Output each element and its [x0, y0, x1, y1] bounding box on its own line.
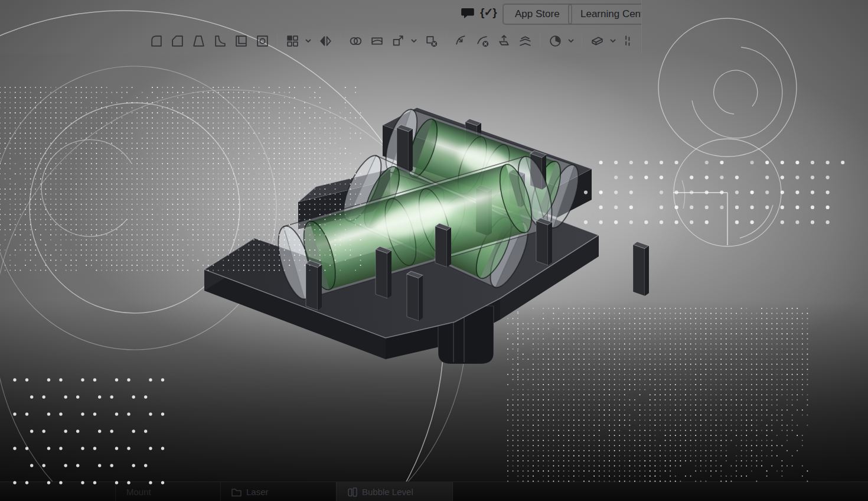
- hole-icon[interactable]: [254, 33, 270, 49]
- chamfer-icon[interactable]: [169, 33, 185, 49]
- cad-model-bubble-level: [0, 0, 868, 501]
- mirror-icon[interactable]: [318, 33, 334, 49]
- comment-bubble-icon[interactable]: [461, 8, 474, 19]
- linear-pattern-icon[interactable]: [285, 33, 301, 49]
- boolean-icon[interactable]: [348, 33, 364, 49]
- toolbar-separator: [582, 33, 582, 48]
- part-studio-icon: [347, 487, 357, 497]
- toolbar-separator: [446, 33, 446, 48]
- app-store-button[interactable]: App Store: [502, 4, 572, 25]
- toolbar-separator: [540, 33, 540, 48]
- delete-part-icon[interactable]: [423, 33, 439, 49]
- document-tab-label: Laser: [246, 487, 269, 497]
- document-tab-label: Mount: [126, 487, 151, 497]
- learning-center-button[interactable]: Learning Center: [568, 4, 642, 25]
- draft-icon[interactable]: [191, 33, 207, 49]
- fillet-icon[interactable]: [148, 33, 164, 49]
- featurescript-icon[interactable]: {✓}: [480, 5, 497, 19]
- move-face-icon[interactable]: [496, 33, 512, 49]
- feature-toolbar: [145, 32, 641, 50]
- delete-face-icon[interactable]: [475, 33, 491, 49]
- split-icon[interactable]: [369, 33, 385, 49]
- history-dropdown-chevron-icon[interactable]: [567, 37, 576, 45]
- linear-pattern-dropdown-chevron-icon[interactable]: [305, 37, 313, 45]
- transform-icon[interactable]: [390, 33, 406, 49]
- more-partial-icon[interactable]: [622, 33, 638, 49]
- toolbar-separator: [340, 33, 341, 48]
- sheet-metal-dropdown-chevron-icon[interactable]: [609, 37, 618, 45]
- hero-stage: {✓} App Store Learning Center MountLaser…: [0, 0, 868, 501]
- document-tab-laser[interactable]: Laser: [220, 482, 336, 501]
- modify-fillet-icon[interactable]: [453, 33, 469, 49]
- app-toolbar-fragment: {✓} App Store Learning Center: [0, 0, 642, 54]
- shell-icon[interactable]: [233, 33, 249, 49]
- document-tab-label: Bubble Level: [362, 487, 413, 497]
- rib-icon[interactable]: [212, 33, 228, 49]
- document-tab-bar: MountLaserBubble Level: [0, 482, 868, 501]
- transform-dropdown-chevron-icon[interactable]: [410, 37, 419, 45]
- toolbar-separator: [277, 33, 278, 48]
- document-tab-mount[interactable]: Mount: [115, 482, 220, 501]
- history-icon[interactable]: [547, 33, 563, 49]
- sheet-metal-icon[interactable]: [589, 33, 605, 49]
- document-tab-bubble-level[interactable]: Bubble Level: [336, 482, 453, 501]
- folder-icon: [231, 487, 242, 497]
- replace-face-icon[interactable]: [517, 33, 533, 49]
